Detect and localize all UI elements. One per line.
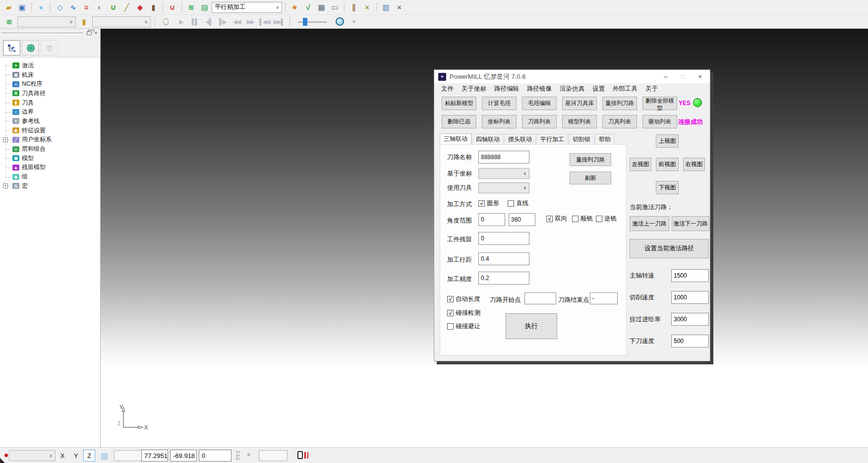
statusbar-field-1[interactable] <box>114 450 142 461</box>
tree-item-macros[interactable]: + ▤ 宏 <box>0 181 100 191</box>
expand-icon[interactable]: + <box>3 183 8 188</box>
tree-item-levels-sets[interactable]: ≡ 层和组合 <box>0 144 100 154</box>
menu-settings[interactable]: 设置 <box>588 85 609 93</box>
menu-path-mirror[interactable]: 路径镜像 <box>523 85 556 93</box>
toolbar-close-icon[interactable]: × <box>393 1 405 13</box>
tree-item-workplanes[interactable]: + ╱ 用户坐标系 <box>0 135 100 145</box>
statusbar-field-2[interactable] <box>259 450 288 461</box>
line-checkbox[interactable]: 直线 <box>508 199 528 208</box>
explorer-close-icon[interactable]: × <box>93 30 99 36</box>
slider-handle[interactable] <box>303 18 307 26</box>
tree-item-activate[interactable]: > 激活 <box>0 61 100 70</box>
menu-about[interactable]: 关于 <box>641 85 662 93</box>
conventional-mill-checkbox[interactable]: 逆铣 <box>596 215 617 223</box>
angle-to-input[interactable] <box>509 213 535 226</box>
toolpath-list-icon[interactable]: ▤ <box>198 1 211 13</box>
collision-check-checkbox[interactable]: √ 碰撞检测 <box>447 309 480 317</box>
toolpath-spring-icon[interactable]: ≋ <box>185 1 197 13</box>
verify-icon[interactable]: ★ <box>289 1 301 13</box>
view-right-button[interactable]: 右视图 <box>683 158 705 171</box>
stock-remain-input[interactable] <box>478 232 529 245</box>
tolerance-input[interactable] <box>478 272 529 285</box>
speed-slider[interactable] <box>298 17 327 26</box>
explorer-tab-tree[interactable] <box>3 40 20 56</box>
view-top-button[interactable]: 上视图 <box>656 134 679 148</box>
engage-icon[interactable]: ∪ <box>166 1 178 13</box>
collision-avoid-checkbox[interactable]: 碰撞避让 <box>447 322 480 331</box>
tools-pair-icon[interactable]: ∥ <box>347 1 360 13</box>
save-icon[interactable]: ▣ <box>16 1 28 13</box>
rearrange-toolpaths-button[interactable]: 重排列刀路 <box>602 97 637 110</box>
path-end-input[interactable] <box>590 292 618 304</box>
activate-next-toolpath-button[interactable]: 激活下一刀路 <box>672 216 709 231</box>
play-button[interactable]: ▶ <box>174 16 187 27</box>
execute-button[interactable]: 执行 <box>506 313 557 339</box>
close-button[interactable]: × <box>698 73 702 80</box>
tree-item-feature-sets[interactable]: ◆ 特征设置 <box>0 126 100 135</box>
sim-tool-dropdown[interactable]: ∨ <box>92 16 151 27</box>
xinghe-tool-library-button[interactable]: 星河刀具库 <box>562 97 597 110</box>
refresh-button[interactable]: 刷新 <box>570 172 611 184</box>
toolpath-list-button[interactable]: 刀路列表 <box>522 115 557 128</box>
tab-swivel[interactable]: 摆头联动 <box>504 134 536 144</box>
maximize-button[interactable]: □ <box>681 73 685 80</box>
position-probe-icon[interactable]: ⌖ <box>247 451 251 459</box>
explorer-tab-world[interactable] <box>22 40 39 56</box>
toolpath-strategy-dropdown[interactable]: 平行精加工 ∨ <box>212 2 282 13</box>
view-left-button[interactable]: 左视图 <box>630 158 651 171</box>
activate-prev-toolpath-button[interactable]: 激活上一刀路 <box>630 216 669 231</box>
clock-icon[interactable] <box>336 17 344 26</box>
compute-stock-button[interactable]: 计算毛坯 <box>482 97 517 110</box>
tree-item-tools[interactable]: ▮ 刀具 <box>0 98 100 108</box>
use-tool-dropdown[interactable]: ∨ <box>478 182 529 193</box>
climb-mill-checkbox[interactable]: 顺铣 <box>572 215 593 223</box>
go-start-button[interactable]: ▌◀◀ <box>258 16 271 27</box>
coord-list-button[interactable]: 坐标列表 <box>482 115 517 128</box>
model-list-button[interactable]: 模型列表 <box>562 115 597 128</box>
tree-item-machine[interactable]: ▣ 机床 <box>0 70 100 80</box>
pause-button[interactable]: ▌▌ <box>188 16 201 27</box>
rearrange-toolpath-button[interactable]: 重排列刀路 <box>570 153 611 166</box>
menu-coords[interactable]: 关于坐标 <box>458 85 490 93</box>
menu-external-tools[interactable]: 外部工具 <box>609 85 641 93</box>
tool-check-icon[interactable]: √ <box>302 1 314 13</box>
panel-grip[interactable] <box>1 33 83 34</box>
axis-y-button[interactable]: Y <box>70 450 82 462</box>
float-panel-icon[interactable] <box>87 31 92 35</box>
window-pause-icon[interactable] <box>297 451 308 459</box>
path-start-input[interactable] <box>524 292 556 304</box>
axis-z-button[interactable]: Z <box>83 450 95 462</box>
tree-item-stock-models[interactable]: ▲ 残留模型 <box>0 163 100 173</box>
delete-selected-button[interactable]: 删除已选 <box>442 115 476 128</box>
fast-forward-button[interactable]: ▶▶ <box>244 16 257 27</box>
coord-z-field[interactable]: 0 <box>199 450 231 462</box>
dialog-title-bar[interactable]: ✦ PowerMILL 忆梦星河 7.0.6 – □ × <box>434 70 710 83</box>
tool-swap-icon[interactable]: × <box>361 1 373 13</box>
tool-list-button[interactable]: 刀具列表 <box>602 115 637 128</box>
view-bottom-button[interactable]: 下视图 <box>656 181 679 194</box>
bidirectional-checkbox[interactable]: √ 双向 <box>546 215 567 223</box>
step-forward-button[interactable]: ▌▶ <box>216 16 229 27</box>
compare-icon[interactable]: ▥ <box>380 1 392 13</box>
menu-path-edit[interactable]: 路径编辑 <box>490 85 523 93</box>
expand-icon[interactable]: + <box>3 137 8 142</box>
tab-parallel[interactable]: 平行加工 <box>536 134 568 144</box>
view-front-button[interactable]: 前视图 <box>656 158 679 171</box>
ruler-icon[interactable]: ▭ <box>329 1 341 13</box>
toolpath-create-icon[interactable]: ∿ <box>67 1 79 13</box>
tool-ball-icon[interactable]: ◐ <box>94 1 106 13</box>
sim-toolpath-dropdown[interactable]: ∨ <box>17 16 76 27</box>
tree-item-groups[interactable]: ◆ 组 <box>0 172 100 181</box>
auto-length-checkbox[interactable]: √ 自动长度 <box>447 295 480 303</box>
stepover-input[interactable] <box>478 252 529 265</box>
pattern-icon[interactable]: ╱ <box>120 1 133 13</box>
statusbar-dropdown[interactable]: ∨ <box>9 450 56 461</box>
paste-new-model-button[interactable]: 粘贴新模型 <box>442 97 476 110</box>
block-icon[interactable]: ◇ <box>54 1 66 13</box>
toolpath-name-input[interactable] <box>478 151 529 164</box>
tree-item-toolpaths[interactable]: ≋ 刀具路径 <box>0 89 100 98</box>
tree-item-nc-programs[interactable]: ≡ NC程序 <box>0 79 100 89</box>
calculator-icon[interactable]: ▦ <box>315 1 328 13</box>
tab-4axis[interactable]: 四轴联动 <box>472 134 504 144</box>
explorer-tab-recycle[interactable] <box>41 40 58 56</box>
